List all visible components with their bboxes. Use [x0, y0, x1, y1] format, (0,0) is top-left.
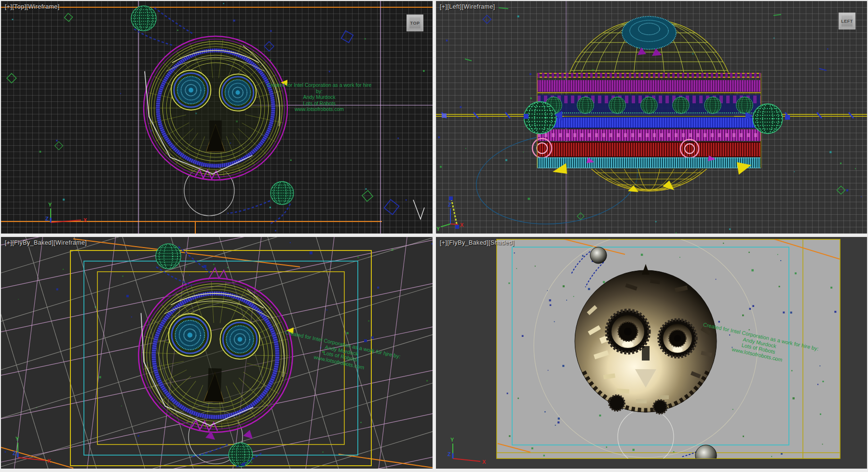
wireframe-owl-satellite[interactable] [136, 276, 295, 435]
axis-y-label: Y [48, 202, 52, 208]
svg-text:Y: Y [436, 226, 440, 232]
viewcube-left[interactable]: LEFT [839, 13, 855, 29]
axis-tripod: Y X Z [45, 202, 87, 223]
viewport-flyby-shaded[interactable]: Y X Z [+][FlyBy_Baked][Shaded] Created f… [436, 237, 867, 469]
viewport-label-flyby-shaded[interactable]: [+][FlyBy_Baked][Shaded] [440, 239, 514, 246]
axis-x-label: X [83, 217, 87, 223]
viewport-label-left[interactable]: [+][Left][Wireframe] [440, 3, 495, 10]
green-sphere[interactable] [229, 443, 252, 466]
svg-text:Z: Z [448, 451, 451, 457]
svg-text:Y: Y [450, 437, 454, 443]
viewport-left[interactable]: Z Y X [+][Left][Wireframe] LEFT [436, 1, 867, 234]
svg-text:X: X [47, 458, 51, 464]
svg-text:X: X [482, 459, 486, 465]
svg-text:Y: Y [15, 436, 19, 442]
top-view-scene: Y X Z [1, 1, 433, 234]
viewport-quad: Y X Z [+][Top][Wireframe] TOP Created fo… [0, 0, 868, 472]
axis-z-label: Z [45, 216, 49, 222]
shaded-sphere-small[interactable] [695, 445, 717, 466]
viewcube-top[interactable]: TOP [407, 14, 423, 31]
shaded-sphere-small[interactable] [590, 247, 607, 264]
wireframe-satellite-side[interactable] [524, 16, 790, 192]
viewport-label-top[interactable]: [+][Top][Wireframe] [5, 3, 60, 10]
wireframe-owl-satellite[interactable] [144, 36, 287, 180]
flyby-wireframe-scene: Y X Z [1, 237, 433, 469]
svg-text:X: X [460, 222, 464, 228]
green-sphere[interactable] [131, 6, 156, 31]
flyby-shaded-scene: Y X Z [436, 237, 867, 469]
owl-eye-right [659, 319, 696, 357]
viewport-top[interactable]: Y X Z [+][Top][Wireframe] TOP Created fo… [1, 1, 433, 234]
axis-tripod: Z Y X [436, 202, 464, 232]
axis-tripod: Y X Z [448, 437, 486, 465]
svg-text:Z: Z [448, 202, 451, 208]
svg-text:Z: Z [13, 450, 16, 456]
left-view-scene: Z Y X [436, 1, 867, 234]
green-sphere[interactable] [156, 244, 181, 269]
green-sphere[interactable] [271, 181, 294, 205]
viewport-flyby-wireframe[interactable]: Y X Z [+][FlyBy_Baked][Wireframe] Create… [1, 237, 433, 469]
viewport-label-flyby-wireframe[interactable]: [+][FlyBy_Baked][Wireframe] [5, 239, 87, 246]
